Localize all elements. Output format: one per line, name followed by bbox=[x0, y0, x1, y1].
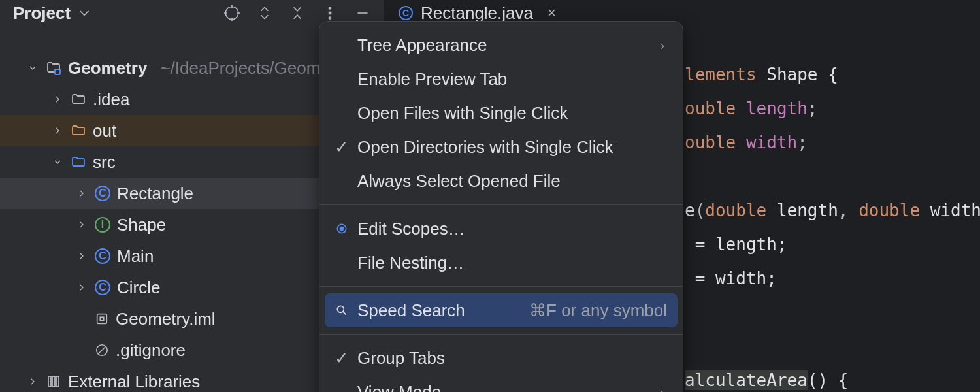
tree-label: Main bbox=[117, 246, 154, 267]
svg-rect-14 bbox=[48, 376, 51, 387]
menu-group-tabs[interactable]: ✓ Group Tabs bbox=[325, 341, 678, 375]
svg-point-6 bbox=[329, 12, 331, 14]
menu-view-mode[interactable]: View Mode bbox=[325, 375, 678, 392]
expand-icon[interactable] bbox=[256, 5, 273, 22]
menu-edit-scopes[interactable]: Edit Scopes… bbox=[325, 212, 678, 246]
svg-point-5 bbox=[329, 7, 331, 9]
menu-label: Open Files with Single Click bbox=[357, 103, 568, 123]
minimize-icon[interactable] bbox=[354, 5, 371, 22]
sidebar-title[interactable]: Project bbox=[13, 3, 93, 24]
menu-label: Always Select Opened File bbox=[357, 171, 561, 191]
folder-excluded-icon bbox=[71, 123, 86, 139]
code-token: () { bbox=[808, 370, 849, 390]
class-icon: C bbox=[399, 6, 413, 20]
chevron-down-icon bbox=[76, 5, 93, 22]
code-token: = width; bbox=[685, 269, 777, 288]
chevron-right-icon[interactable] bbox=[75, 282, 88, 293]
chevron-down-icon[interactable] bbox=[51, 157, 64, 167]
code-token: alculateArea bbox=[685, 370, 808, 390]
checkmark-icon: ✓ bbox=[334, 137, 350, 157]
chevron-right-icon bbox=[658, 382, 667, 393]
chevron-down-icon[interactable] bbox=[26, 63, 39, 73]
tree-label: Circle bbox=[117, 278, 160, 298]
collapse-icon[interactable] bbox=[289, 5, 306, 22]
tree-label: src bbox=[93, 152, 116, 172]
menu-label: Enable Preview Tab bbox=[357, 69, 507, 90]
menu-open-dirs-single[interactable]: ✓ Open Directories with Single Click bbox=[325, 130, 678, 164]
module-file-icon bbox=[95, 312, 109, 326]
chevron-right-icon[interactable] bbox=[26, 376, 39, 387]
menu-label: View Mode bbox=[357, 382, 441, 393]
tree-root-path: ~/IdeaProjects/Geom bbox=[160, 58, 320, 78]
svg-point-19 bbox=[337, 306, 344, 312]
svg-point-18 bbox=[340, 227, 344, 231]
chevron-right-icon[interactable] bbox=[75, 220, 88, 230]
code-token: , bbox=[838, 201, 858, 220]
code-token: ; bbox=[797, 133, 808, 152]
code-token: ouble bbox=[685, 99, 736, 118]
tree-label: .gitignore bbox=[116, 340, 186, 361]
svg-point-0 bbox=[225, 7, 238, 20]
chevron-right-icon[interactable] bbox=[51, 125, 64, 136]
more-icon[interactable] bbox=[321, 5, 338, 22]
menu-tree-appearance[interactable]: Tree Appearance bbox=[325, 28, 678, 62]
menu-separator bbox=[319, 334, 683, 335]
svg-rect-11 bbox=[100, 317, 104, 321]
code-token: ( bbox=[695, 201, 706, 220]
close-tab-icon[interactable]: × bbox=[547, 5, 556, 22]
radio-icon bbox=[334, 222, 350, 235]
tree-root-label: Geometry bbox=[68, 58, 147, 78]
code-token: = length; bbox=[685, 235, 787, 254]
code-token: width bbox=[920, 201, 980, 220]
search-icon bbox=[334, 304, 350, 317]
svg-rect-15 bbox=[52, 376, 55, 387]
svg-point-7 bbox=[329, 17, 331, 19]
code-token: ; bbox=[808, 99, 818, 118]
tree-label: .idea bbox=[93, 90, 129, 110]
code-token: lements bbox=[685, 65, 757, 84]
tree-label: Rectangle bbox=[117, 184, 193, 204]
code-token: ouble bbox=[685, 133, 736, 152]
project-folder-icon bbox=[46, 60, 61, 76]
menu-label: File Nesting… bbox=[357, 253, 464, 273]
menu-shortcut: ⌘F or any symbol bbox=[529, 301, 667, 321]
context-menu: Tree Appearance Enable Preview Tab Open … bbox=[319, 21, 683, 392]
tree-label: External Libraries bbox=[68, 372, 200, 392]
tree-label: Shape bbox=[117, 215, 166, 235]
menu-speed-search[interactable]: Speed Search ⌘F or any symbol bbox=[325, 293, 678, 327]
svg-rect-10 bbox=[97, 314, 107, 324]
menu-label: Tree Appearance bbox=[357, 35, 487, 56]
svg-line-13 bbox=[99, 347, 106, 354]
menu-enable-preview[interactable]: Enable Preview Tab bbox=[325, 62, 678, 96]
sidebar-toolbar bbox=[223, 5, 384, 22]
class-icon: C bbox=[95, 280, 110, 295]
sidebar-title-text: Project bbox=[13, 3, 71, 24]
svg-rect-9 bbox=[55, 69, 60, 74]
class-icon: C bbox=[95, 248, 110, 264]
menu-label: Speed Search bbox=[357, 301, 465, 321]
chevron-right-icon bbox=[658, 35, 667, 56]
chevron-right-icon[interactable] bbox=[75, 188, 88, 199]
library-icon bbox=[46, 374, 61, 389]
menu-open-files-single[interactable]: Open Files with Single Click bbox=[325, 96, 678, 130]
target-icon[interactable] bbox=[223, 5, 240, 22]
menu-label: Edit Scopes… bbox=[357, 219, 465, 239]
menu-file-nesting[interactable]: File Nesting… bbox=[325, 246, 678, 280]
tree-label: Geometry.iml bbox=[116, 309, 216, 329]
code-token: double bbox=[858, 201, 920, 220]
menu-separator bbox=[319, 286, 683, 287]
chevron-right-icon[interactable] bbox=[75, 251, 88, 261]
interface-icon: I bbox=[95, 217, 110, 233]
code-token: double bbox=[705, 201, 766, 220]
code-token: length bbox=[736, 99, 808, 118]
tab-title[interactable]: Rectangle.java bbox=[421, 3, 533, 24]
ignore-file-icon bbox=[95, 343, 109, 357]
folder-icon bbox=[71, 91, 86, 107]
code-token: width bbox=[736, 133, 797, 152]
code-token: e bbox=[685, 201, 695, 220]
menu-separator bbox=[319, 204, 683, 205]
checkmark-icon: ✓ bbox=[334, 348, 350, 368]
chevron-right-icon[interactable] bbox=[51, 94, 64, 105]
folder-source-icon bbox=[71, 154, 86, 170]
menu-always-select[interactable]: Always Select Opened File bbox=[325, 164, 678, 198]
